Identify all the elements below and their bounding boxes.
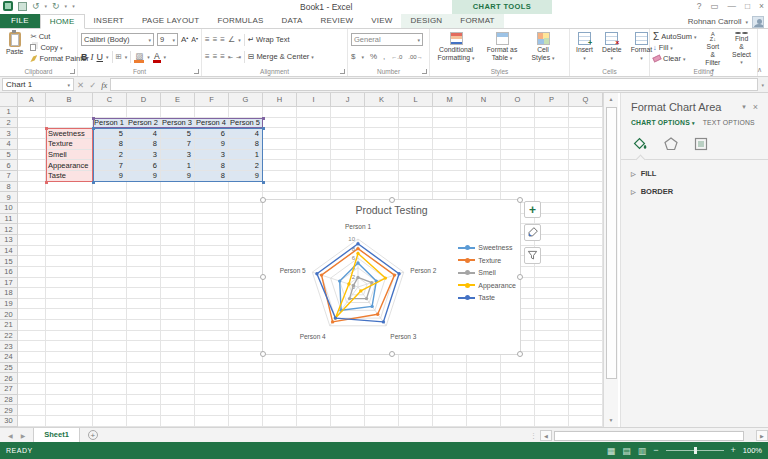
row-header[interactable]: 24 <box>0 352 18 363</box>
chart-selection-handle[interactable] <box>517 274 523 280</box>
grid-cell[interactable] <box>18 118 46 129</box>
grid-cell[interactable] <box>195 182 229 193</box>
format-as-table-button[interactable]: Format as Table ▾ <box>481 31 523 66</box>
grid-cell[interactable] <box>93 416 127 427</box>
grid-cell[interactable] <box>297 395 331 406</box>
grid-cell[interactable] <box>569 331 603 342</box>
fill-color-button[interactable]: ▨ <box>134 52 144 61</box>
grid-cell[interactable] <box>467 373 501 384</box>
grid-cell[interactable] <box>399 118 433 129</box>
grid-cell[interactable] <box>18 128 46 139</box>
row-header[interactable]: 15 <box>0 256 18 267</box>
column-header[interactable]: K <box>365 93 399 107</box>
grid-cell[interactable] <box>297 107 331 118</box>
grid-cell[interactable] <box>161 384 195 395</box>
grid-cell[interactable] <box>331 150 365 161</box>
grid-cell[interactable]: Person 3 <box>161 118 195 129</box>
grid-cell[interactable] <box>195 203 229 214</box>
grid-cell[interactable] <box>467 171 501 182</box>
grid-cell[interactable] <box>501 160 535 171</box>
row-header[interactable]: 21 <box>0 320 18 331</box>
grid-cell[interactable] <box>127 352 161 363</box>
grid-cell[interactable] <box>535 278 569 289</box>
grid-cell[interactable] <box>127 309 161 320</box>
grid-cell[interactable] <box>161 363 195 374</box>
grid-cell[interactable]: 1 <box>229 150 263 161</box>
grid-cell[interactable]: 9 <box>161 171 195 182</box>
grid-cell[interactable] <box>127 363 161 374</box>
text-options-tab[interactable]: TEXT OPTIONS <box>703 119 755 126</box>
grid-cell[interactable] <box>93 256 127 267</box>
grid-cell[interactable] <box>195 299 229 310</box>
tab-format[interactable]: FORMAT <box>451 14 503 28</box>
grid-cell[interactable] <box>127 320 161 331</box>
grid-cell[interactable] <box>93 352 127 363</box>
grid-cell[interactable] <box>569 352 603 363</box>
grid-cell[interactable] <box>46 416 93 427</box>
legend-item[interactable]: Taste <box>458 294 516 301</box>
borders-button[interactable]: ⊞ <box>116 52 122 61</box>
grid-cell[interactable] <box>127 288 161 299</box>
grid-cell[interactable] <box>46 331 93 342</box>
grid-cell[interactable] <box>331 118 365 129</box>
chart-legend[interactable]: SweetnessTextureSmellAppearanceTaste <box>458 244 516 301</box>
grid-cell[interactable] <box>93 288 127 299</box>
grid-cell[interactable] <box>93 214 127 225</box>
grid-cell[interactable] <box>127 373 161 384</box>
vertical-scroll-thumb[interactable] <box>606 107 617 379</box>
grid-cell[interactable] <box>569 139 603 150</box>
cell-styles-button[interactable]: Cell Styles ▾ <box>525 31 561 66</box>
grid-cell[interactable] <box>433 395 467 406</box>
grid-cell[interactable] <box>433 416 467 427</box>
grid-cell[interactable]: 9 <box>93 171 127 182</box>
page-break-view-icon[interactable]: ▥ <box>638 446 647 456</box>
grid-cell[interactable] <box>46 256 93 267</box>
grid-cell[interactable] <box>46 405 93 416</box>
grid-cell[interactable] <box>161 341 195 352</box>
grid-cell[interactable] <box>569 373 603 384</box>
pane-close-icon[interactable]: × <box>753 102 758 112</box>
column-header[interactable]: E <box>161 93 195 107</box>
grid-cell[interactable] <box>365 107 399 118</box>
grid-cell[interactable] <box>365 139 399 150</box>
number-format-select[interactable]: General▾ <box>351 33 423 46</box>
chart-selection-handle[interactable] <box>389 351 395 357</box>
grid-cell[interactable] <box>501 373 535 384</box>
ribbon-display-options-button[interactable]: ▭ <box>710 1 718 11</box>
align-right-icon[interactable]: ≡ <box>220 52 225 61</box>
grid-cell[interactable] <box>46 309 93 320</box>
grid-cell[interactable] <box>18 235 46 246</box>
grid-cell[interactable] <box>263 139 297 150</box>
sheet-nav-left-icon[interactable]: ◀ <box>8 432 13 439</box>
grid-cell[interactable] <box>127 235 161 246</box>
grid-cell[interactable] <box>467 139 501 150</box>
grid-cell[interactable] <box>46 299 93 310</box>
grid-cell[interactable] <box>229 192 263 203</box>
fill-section-header[interactable]: ▷ FILL <box>621 160 768 178</box>
grid-cell[interactable] <box>535 373 569 384</box>
grid-cell[interactable]: Taste <box>46 171 93 182</box>
grid-cell[interactable]: 8 <box>229 139 263 150</box>
grid-cell[interactable] <box>229 405 263 416</box>
grid-cell[interactable] <box>399 171 433 182</box>
grid-cell[interactable] <box>229 331 263 342</box>
grid-cell[interactable] <box>569 309 603 320</box>
user-name[interactable]: Rohnan Carroll <box>688 17 742 26</box>
orientation-icon[interactable]: ∠ <box>228 35 235 44</box>
row-header[interactable]: 18 <box>0 288 18 299</box>
grid-cell[interactable]: Appearance <box>46 160 93 171</box>
grid-cell[interactable] <box>297 373 331 384</box>
grid-cell[interactable] <box>127 341 161 352</box>
zoom-out-icon[interactable]: − <box>653 446 658 455</box>
name-box[interactable]: Chart 1▾ <box>2 78 74 91</box>
grid-cell[interactable] <box>569 150 603 161</box>
tab-design[interactable]: DESIGN <box>401 14 451 28</box>
grid-cell[interactable] <box>46 373 93 384</box>
grid-cell[interactable] <box>161 256 195 267</box>
alignment-dialog-launcher[interactable] <box>340 69 345 74</box>
grid-cell[interactable] <box>433 150 467 161</box>
grid-cell[interactable] <box>501 139 535 150</box>
grid-cell[interactable] <box>93 107 127 118</box>
grid-cell[interactable] <box>161 288 195 299</box>
font-color-button[interactable]: A <box>153 52 161 61</box>
